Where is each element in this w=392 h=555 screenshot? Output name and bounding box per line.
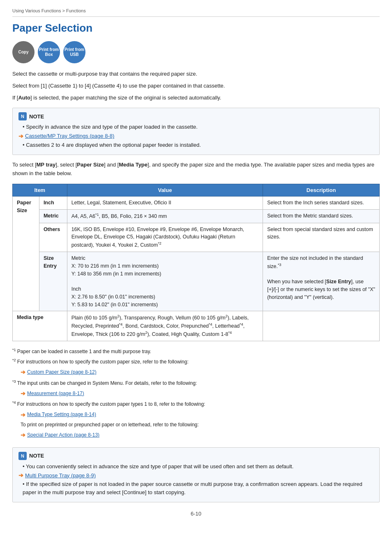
media-type-setting-link[interactable]: Media Type Setting (page 8-14) — [27, 411, 96, 419]
note-box-1: N NOTE Specify in advance the size and t… — [12, 108, 380, 155]
others-value: 16K, ISO B5, Envelope #10, Envelope #9, … — [67, 223, 263, 252]
arrow-icon-fn3: ➔ — [21, 389, 25, 398]
col-value-header: Value — [67, 184, 263, 196]
footnote-4b-link-line[interactable]: ➔ Special Paper Action (page 8-13) — [21, 430, 380, 439]
note1-link-line[interactable]: ➔ Cassette/MP Tray Settings (page 8-8) — [18, 133, 374, 139]
note2-bullet1: You can conveniently select in advance t… — [18, 462, 374, 471]
table-row-size-entry: Size Entry Metric X: 70 to 216 mm (in 1 … — [13, 252, 380, 311]
size-entry-desc: Enter the size not included in the stand… — [263, 252, 380, 311]
metric-value: A4, A5, A6*1, B5, B6, Folio, 216 × 340 m… — [67, 209, 263, 223]
intro-line3: If [Auto] is selected, the paper matchin… — [12, 94, 380, 102]
footnote-4b-text: To print on preprinted or prepunched pap… — [21, 421, 380, 429]
table-row-metric: Metric A4, A5, A6*1, B5, B6, Folio, 216 … — [13, 209, 380, 223]
note2-list: You can conveniently select in advance t… — [18, 462, 374, 471]
footnote-2: *2 For instructions on how to specify th… — [12, 357, 380, 366]
media-type-desc — [263, 311, 380, 341]
note-header-1: N NOTE — [18, 112, 374, 120]
note-label-1: NOTE — [29, 113, 44, 120]
others-desc: Select from special standard sizes and c… — [263, 223, 380, 252]
col-description-header: Description — [263, 184, 380, 196]
table-row-media-type: Media type Plain (60 to 105 g/m2), Trans… — [13, 311, 380, 341]
footnotes: *1 Paper can be loaded in cassette 1 and… — [12, 347, 380, 440]
note1-list2: Cassettes 2 to 4 are displayed when the … — [18, 141, 374, 149]
breadcrumb: Using Various Functions > Functions — [12, 8, 380, 17]
note-label-2: NOTE — [29, 453, 44, 459]
badges-container: Copy Print fromBox Print fromUSB — [12, 41, 380, 63]
note-icon-2: N — [18, 452, 27, 460]
arrow-icon-fn4b: ➔ — [21, 430, 25, 439]
note-box-2: N NOTE You can conveniently select in ad… — [12, 447, 380, 503]
inch-label: Inch — [39, 196, 67, 209]
intro-line1: Select the cassette or multi-purpose tra… — [12, 70, 380, 79]
note-icon-1: N — [18, 112, 27, 120]
note-header-2: N NOTE — [18, 452, 374, 460]
note1-bullet2: Cassettes 2 to 4 are displayed when the … — [18, 141, 374, 149]
size-entry-label: Size Entry — [39, 252, 67, 311]
special-paper-action-link[interactable]: Special Paper Action (page 8-13) — [27, 431, 99, 439]
note2-link-line[interactable]: ➔ Multi Purpose Tray (page 8-9) — [18, 472, 374, 479]
metric-label: Metric — [39, 209, 67, 223]
media-type-value: Plain (60 to 105 g/m2), Transparency, Ro… — [67, 311, 263, 341]
size-entry-value: Metric X: 70 to 216 mm (in 1 mm incremen… — [67, 252, 263, 311]
badge-copy: Copy — [12, 41, 35, 63]
note2-list2: If the specified size of paper is not lo… — [18, 480, 374, 496]
media-type-label: Media type — [13, 311, 67, 341]
arrow-icon-fn4a: ➔ — [21, 410, 25, 419]
main-description: To select [MP tray], select [Paper Size]… — [12, 161, 380, 178]
arrow-icon-1: ➔ — [18, 133, 23, 139]
footnote-1: *1 Paper can be loaded in cassette 1 and… — [12, 347, 380, 356]
footnote-4: *4 For instructions on how to specify th… — [12, 400, 380, 408]
inch-value: Letter, Legal, Statement, Executive, Ofi… — [67, 196, 263, 209]
table-row-inch: Paper Size Inch Letter, Legal, Statement… — [13, 196, 380, 209]
multi-purpose-tray-link[interactable]: Multi Purpose Tray (page 8-9) — [25, 472, 96, 479]
note1-list: Specify in advance the size and type of … — [18, 123, 374, 131]
measurement-link[interactable]: Measurement (page 8-17) — [27, 390, 84, 398]
custom-paper-size-link[interactable]: Custom Paper Size (page 8-12) — [27, 368, 97, 376]
paper-size-label: Paper Size — [13, 196, 39, 311]
page-number: 6-10 — [12, 511, 380, 517]
inch-desc: Select from the Inch series standard siz… — [263, 196, 380, 209]
footnote-3: *3 The input units can be changed in Sys… — [12, 379, 380, 387]
footnote-2-link-line[interactable]: ➔ Custom Paper Size (page 8-12) — [21, 368, 380, 377]
note2-bullet2: If the specified size of paper is not lo… — [18, 480, 374, 496]
page-title: Paper Selection — [12, 22, 380, 35]
note1-bullet1: Specify in advance the size and type of … — [18, 123, 374, 131]
intro-line2: Select from [1] (Cassette 1) to [4] (Cas… — [12, 82, 380, 90]
footnote-3-link-line[interactable]: ➔ Measurement (page 8-17) — [21, 389, 380, 398]
metric-desc: Select from the Metric standard sizes. — [263, 209, 380, 223]
table-row-others: Others 16K, ISO B5, Envelope #10, Envelo… — [13, 223, 380, 252]
badge-print-from-box: Print fromBox — [38, 41, 60, 63]
col-item-header: Item — [13, 184, 67, 196]
paper-size-table: Item Value Description Paper Size Inch L… — [12, 184, 380, 341]
badge-print-from-usb: Print fromUSB — [63, 41, 85, 63]
others-label: Others — [39, 223, 67, 252]
footnote-4a-link-line[interactable]: ➔ Media Type Setting (page 8-14) — [21, 410, 380, 419]
arrow-icon-note2: ➔ — [18, 472, 23, 479]
cassette-mp-tray-link[interactable]: Cassette/MP Tray Settings (page 8-8) — [25, 133, 114, 139]
intro-text: Select the cassette or multi-purpose tra… — [12, 70, 380, 102]
arrow-icon-fn2: ➔ — [21, 368, 25, 377]
